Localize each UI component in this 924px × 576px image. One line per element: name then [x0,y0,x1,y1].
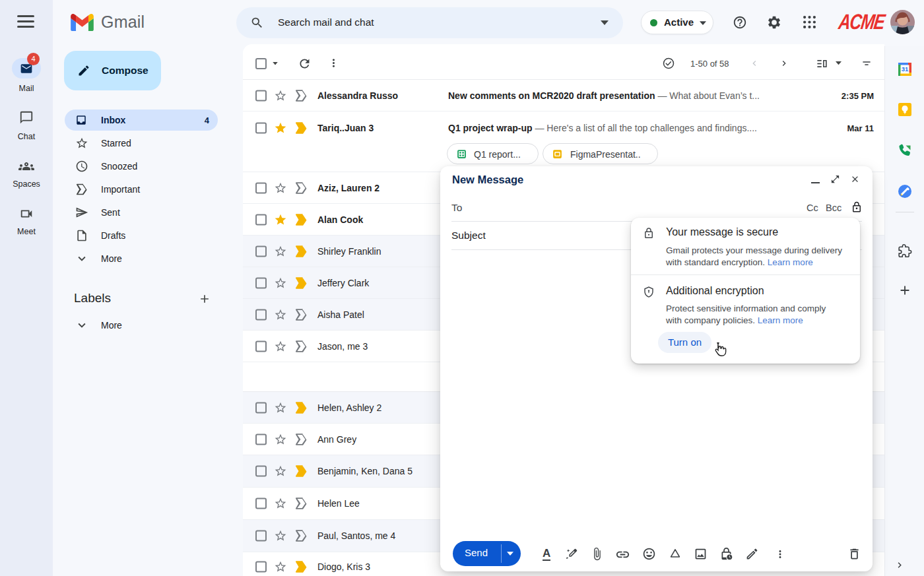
svg-text:31: 31 [901,65,908,73]
